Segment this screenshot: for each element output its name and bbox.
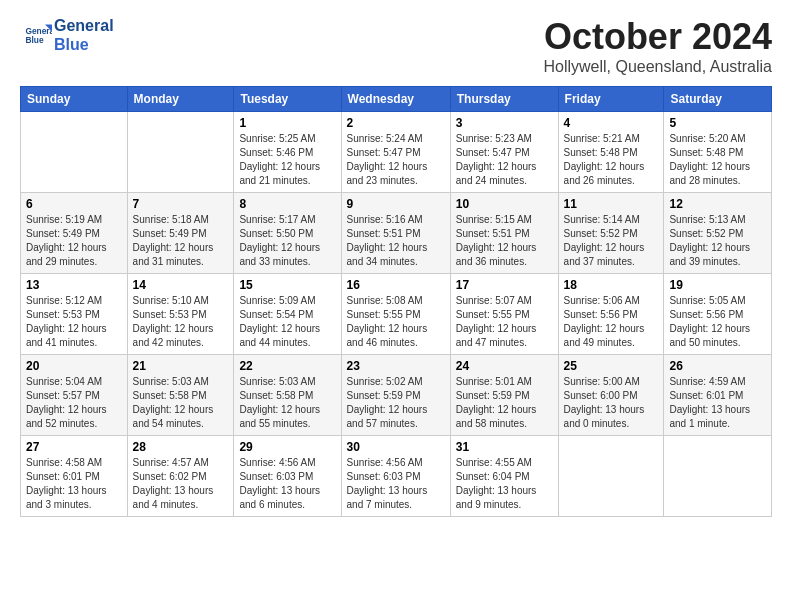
day-info: Sunrise: 5:04 AM Sunset: 5:57 PM Dayligh… xyxy=(26,375,122,431)
calendar-day-cell: 23Sunrise: 5:02 AM Sunset: 5:59 PM Dayli… xyxy=(341,355,450,436)
day-info: Sunrise: 5:01 AM Sunset: 5:59 PM Dayligh… xyxy=(456,375,553,431)
header: General Blue General Blue October 2024 H… xyxy=(20,16,772,76)
day-number: 6 xyxy=(26,197,122,211)
day-number: 21 xyxy=(133,359,229,373)
day-info: Sunrise: 5:08 AM Sunset: 5:55 PM Dayligh… xyxy=(347,294,445,350)
day-number: 12 xyxy=(669,197,766,211)
day-info: Sunrise: 5:07 AM Sunset: 5:55 PM Dayligh… xyxy=(456,294,553,350)
logo: General Blue General Blue xyxy=(20,16,114,54)
day-info: Sunrise: 4:56 AM Sunset: 6:03 PM Dayligh… xyxy=(347,456,445,512)
calendar-day-header: Friday xyxy=(558,87,664,112)
day-info: Sunrise: 4:58 AM Sunset: 6:01 PM Dayligh… xyxy=(26,456,122,512)
calendar-day-header: Thursday xyxy=(450,87,558,112)
day-number: 19 xyxy=(669,278,766,292)
day-number: 29 xyxy=(239,440,335,454)
day-info: Sunrise: 4:55 AM Sunset: 6:04 PM Dayligh… xyxy=(456,456,553,512)
day-info: Sunrise: 5:05 AM Sunset: 5:56 PM Dayligh… xyxy=(669,294,766,350)
calendar-day-cell: 27Sunrise: 4:58 AM Sunset: 6:01 PM Dayli… xyxy=(21,436,128,517)
day-info: Sunrise: 5:10 AM Sunset: 5:53 PM Dayligh… xyxy=(133,294,229,350)
svg-text:Blue: Blue xyxy=(25,36,43,46)
calendar-day-cell: 14Sunrise: 5:10 AM Sunset: 5:53 PM Dayli… xyxy=(127,274,234,355)
day-number: 22 xyxy=(239,359,335,373)
calendar-week-row: 20Sunrise: 5:04 AM Sunset: 5:57 PM Dayli… xyxy=(21,355,772,436)
calendar-day-cell: 21Sunrise: 5:03 AM Sunset: 5:58 PM Dayli… xyxy=(127,355,234,436)
day-number: 30 xyxy=(347,440,445,454)
day-number: 25 xyxy=(564,359,659,373)
day-info: Sunrise: 5:25 AM Sunset: 5:46 PM Dayligh… xyxy=(239,132,335,188)
calendar-day-cell: 5Sunrise: 5:20 AM Sunset: 5:48 PM Daylig… xyxy=(664,112,772,193)
calendar-day-cell xyxy=(558,436,664,517)
day-number: 3 xyxy=(456,116,553,130)
day-info: Sunrise: 5:06 AM Sunset: 5:56 PM Dayligh… xyxy=(564,294,659,350)
day-info: Sunrise: 5:03 AM Sunset: 5:58 PM Dayligh… xyxy=(239,375,335,431)
calendar-day-cell xyxy=(127,112,234,193)
day-info: Sunrise: 5:16 AM Sunset: 5:51 PM Dayligh… xyxy=(347,213,445,269)
logo-icon: General Blue xyxy=(24,21,52,49)
calendar-day-cell: 8Sunrise: 5:17 AM Sunset: 5:50 PM Daylig… xyxy=(234,193,341,274)
day-number: 15 xyxy=(239,278,335,292)
calendar-week-row: 13Sunrise: 5:12 AM Sunset: 5:53 PM Dayli… xyxy=(21,274,772,355)
calendar-week-row: 1Sunrise: 5:25 AM Sunset: 5:46 PM Daylig… xyxy=(21,112,772,193)
calendar-day-cell: 28Sunrise: 4:57 AM Sunset: 6:02 PM Dayli… xyxy=(127,436,234,517)
day-number: 2 xyxy=(347,116,445,130)
calendar-day-cell xyxy=(21,112,128,193)
calendar-day-cell xyxy=(664,436,772,517)
calendar-day-cell: 31Sunrise: 4:55 AM Sunset: 6:04 PM Dayli… xyxy=(450,436,558,517)
day-info: Sunrise: 5:18 AM Sunset: 5:49 PM Dayligh… xyxy=(133,213,229,269)
month-title: October 2024 xyxy=(543,16,772,58)
calendar-day-cell: 7Sunrise: 5:18 AM Sunset: 5:49 PM Daylig… xyxy=(127,193,234,274)
day-info: Sunrise: 5:21 AM Sunset: 5:48 PM Dayligh… xyxy=(564,132,659,188)
day-number: 5 xyxy=(669,116,766,130)
day-info: Sunrise: 5:09 AM Sunset: 5:54 PM Dayligh… xyxy=(239,294,335,350)
day-info: Sunrise: 5:13 AM Sunset: 5:52 PM Dayligh… xyxy=(669,213,766,269)
calendar-day-cell: 13Sunrise: 5:12 AM Sunset: 5:53 PM Dayli… xyxy=(21,274,128,355)
calendar-day-cell: 2Sunrise: 5:24 AM Sunset: 5:47 PM Daylig… xyxy=(341,112,450,193)
calendar-day-cell: 12Sunrise: 5:13 AM Sunset: 5:52 PM Dayli… xyxy=(664,193,772,274)
calendar-day-header: Monday xyxy=(127,87,234,112)
day-number: 26 xyxy=(669,359,766,373)
calendar-day-cell: 25Sunrise: 5:00 AM Sunset: 6:00 PM Dayli… xyxy=(558,355,664,436)
day-number: 7 xyxy=(133,197,229,211)
day-info: Sunrise: 5:17 AM Sunset: 5:50 PM Dayligh… xyxy=(239,213,335,269)
title-block: October 2024 Hollywell, Queensland, Aust… xyxy=(543,16,772,76)
day-number: 11 xyxy=(564,197,659,211)
location: Hollywell, Queensland, Australia xyxy=(543,58,772,76)
calendar-day-cell: 3Sunrise: 5:23 AM Sunset: 5:47 PM Daylig… xyxy=(450,112,558,193)
calendar-week-row: 6Sunrise: 5:19 AM Sunset: 5:49 PM Daylig… xyxy=(21,193,772,274)
calendar-day-header: Tuesday xyxy=(234,87,341,112)
day-number: 28 xyxy=(133,440,229,454)
day-info: Sunrise: 5:12 AM Sunset: 5:53 PM Dayligh… xyxy=(26,294,122,350)
calendar-day-cell: 18Sunrise: 5:06 AM Sunset: 5:56 PM Dayli… xyxy=(558,274,664,355)
day-number: 17 xyxy=(456,278,553,292)
calendar-day-cell: 9Sunrise: 5:16 AM Sunset: 5:51 PM Daylig… xyxy=(341,193,450,274)
day-info: Sunrise: 5:20 AM Sunset: 5:48 PM Dayligh… xyxy=(669,132,766,188)
day-info: Sunrise: 4:57 AM Sunset: 6:02 PM Dayligh… xyxy=(133,456,229,512)
calendar-day-cell: 6Sunrise: 5:19 AM Sunset: 5:49 PM Daylig… xyxy=(21,193,128,274)
day-number: 31 xyxy=(456,440,553,454)
calendar-day-cell: 17Sunrise: 5:07 AM Sunset: 5:55 PM Dayli… xyxy=(450,274,558,355)
calendar-week-row: 27Sunrise: 4:58 AM Sunset: 6:01 PM Dayli… xyxy=(21,436,772,517)
calendar-day-cell: 20Sunrise: 5:04 AM Sunset: 5:57 PM Dayli… xyxy=(21,355,128,436)
calendar-day-header: Sunday xyxy=(21,87,128,112)
logo-line1: General xyxy=(54,16,114,35)
calendar-day-header: Wednesday xyxy=(341,87,450,112)
day-info: Sunrise: 5:23 AM Sunset: 5:47 PM Dayligh… xyxy=(456,132,553,188)
day-info: Sunrise: 5:15 AM Sunset: 5:51 PM Dayligh… xyxy=(456,213,553,269)
calendar-day-cell: 16Sunrise: 5:08 AM Sunset: 5:55 PM Dayli… xyxy=(341,274,450,355)
day-number: 23 xyxy=(347,359,445,373)
day-info: Sunrise: 5:00 AM Sunset: 6:00 PM Dayligh… xyxy=(564,375,659,431)
calendar-day-cell: 30Sunrise: 4:56 AM Sunset: 6:03 PM Dayli… xyxy=(341,436,450,517)
day-info: Sunrise: 5:14 AM Sunset: 5:52 PM Dayligh… xyxy=(564,213,659,269)
day-number: 14 xyxy=(133,278,229,292)
calendar-day-header: Saturday xyxy=(664,87,772,112)
day-number: 27 xyxy=(26,440,122,454)
day-number: 24 xyxy=(456,359,553,373)
calendar-day-cell: 11Sunrise: 5:14 AM Sunset: 5:52 PM Dayli… xyxy=(558,193,664,274)
calendar-table: SundayMondayTuesdayWednesdayThursdayFrid… xyxy=(20,86,772,517)
day-number: 18 xyxy=(564,278,659,292)
calendar-day-cell: 1Sunrise: 5:25 AM Sunset: 5:46 PM Daylig… xyxy=(234,112,341,193)
calendar-day-cell: 26Sunrise: 4:59 AM Sunset: 6:01 PM Dayli… xyxy=(664,355,772,436)
day-number: 16 xyxy=(347,278,445,292)
day-info: Sunrise: 4:59 AM Sunset: 6:01 PM Dayligh… xyxy=(669,375,766,431)
day-info: Sunrise: 5:02 AM Sunset: 5:59 PM Dayligh… xyxy=(347,375,445,431)
